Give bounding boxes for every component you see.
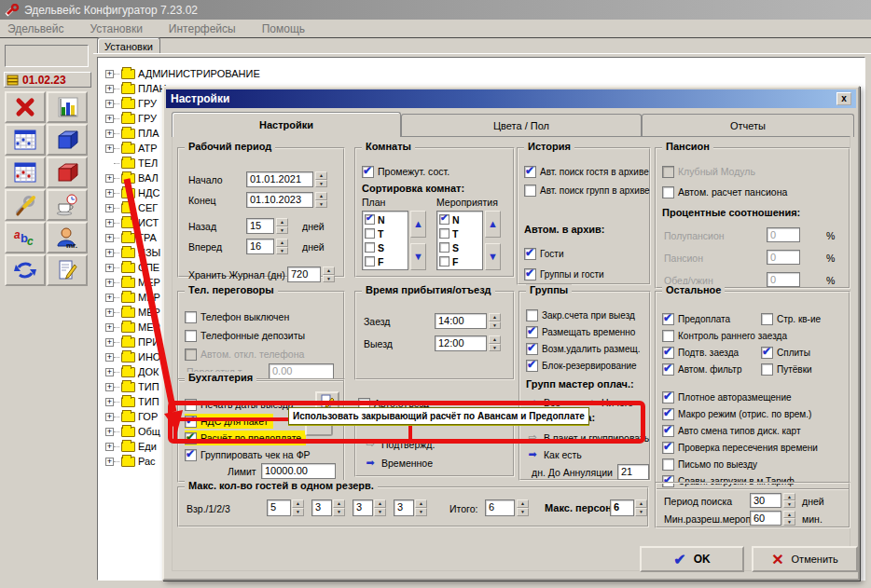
checkbox-row[interactable]: N (365, 212, 408, 226)
dialog-titlebar[interactable]: Настройки x (166, 89, 856, 108)
tree-expander-icon[interactable]: + (105, 100, 114, 108)
cancel-button[interactable]: ✕Отменить (752, 546, 858, 572)
close-button[interactable] (5, 91, 46, 123)
checkout-spinner[interactable]: ▲▼ (489, 335, 501, 351)
checkbox-row[interactable]: Макро режим (отрис. по врем.) (662, 406, 811, 421)
tree-expander-icon[interactable]: + (105, 428, 114, 436)
checkbox[interactable] (524, 248, 536, 260)
search-period-spinner[interactable]: ▲▼ (783, 493, 795, 508)
option-row[interactable]: ➡Временное (364, 456, 433, 470)
checkbox[interactable] (662, 391, 674, 403)
checkbox[interactable] (761, 313, 773, 325)
checkbox[interactable] (662, 408, 674, 420)
guests-spinner-3[interactable]: ▲▼ (374, 499, 386, 516)
back-spinner[interactable]: ▲▼ (276, 218, 288, 234)
guests-spinner-1[interactable]: ▲▼ (292, 499, 304, 516)
checkbox-row[interactable]: Подтв. заезда (662, 345, 739, 360)
min-resolution-field[interactable]: 60 (750, 511, 781, 526)
edit-document-button[interactable] (47, 254, 88, 286)
checkbox[interactable] (524, 185, 536, 197)
tab-settings[interactable]: Настройки (172, 112, 401, 137)
checkbox[interactable] (365, 256, 375, 267)
checkbox[interactable] (365, 228, 375, 239)
tab-reports[interactable]: Отчеты (642, 114, 854, 137)
tree-expander-icon[interactable]: + (105, 115, 114, 123)
checkbox[interactable] (662, 425, 674, 437)
option-row[interactable]: ➡Как есть (526, 447, 582, 461)
checkbox-row[interactable]: Сплиты (761, 345, 810, 360)
tree-expander-icon[interactable]: + (105, 189, 114, 198)
menu-item[interactable]: Эдельвейс (7, 22, 63, 35)
checkbox[interactable] (662, 363, 674, 376)
checkbox-row[interactable]: Автом. откл. телефона (185, 347, 304, 362)
window-titlebar[interactable]: Эдельвейс Конфигуратор 7.23.02 (0, 0, 871, 20)
checkbox-row[interactable]: Путёвки (761, 362, 812, 376)
guests-field-4[interactable]: 3 (394, 499, 414, 516)
tab-ustanovki[interactable]: Установки (97, 37, 160, 54)
checkbox[interactable] (526, 360, 538, 372)
option-row[interactable]: ⇨Ничего (584, 395, 633, 409)
end-date-field[interactable]: 01.10.2023 (246, 192, 313, 208)
option-row[interactable]: ⇨Подтвержд. (364, 437, 435, 451)
checkbox[interactable] (185, 416, 197, 428)
checkbox-row[interactable]: Телефон выключен (185, 309, 289, 324)
tree-expander-icon[interactable]: + (105, 85, 114, 93)
checkbox-row[interactable]: Авт. поиск гостя в архиве (524, 164, 649, 179)
checkbox-row[interactable]: НДС для пакет (185, 414, 273, 429)
dialog-close-button[interactable]: x (836, 92, 851, 105)
checkbox[interactable] (185, 432, 197, 444)
box-blue-button[interactable] (47, 124, 88, 156)
sort-events-up-down[interactable]: ▲▼ (485, 211, 501, 270)
guests-spinner-4[interactable]: ▲▼ (415, 499, 427, 516)
tree-expander-icon[interactable]: + (105, 294, 114, 302)
guests-spinner-2[interactable]: ▲▼ (333, 499, 345, 516)
coffee-break-button[interactable] (47, 189, 88, 221)
checkbox-row[interactable]: N (439, 212, 482, 226)
tree-expander-icon[interactable]: + (105, 219, 114, 227)
board-field[interactable]: 0 (767, 250, 800, 265)
checkbox-row[interactable]: Блок-резервирование (526, 358, 637, 373)
tree-expander-icon[interactable]: + (105, 383, 114, 391)
search-period-field[interactable]: 30 (750, 493, 781, 508)
checkbox[interactable] (526, 309, 538, 321)
checkbox-row[interactable]: Промежут. сост. (362, 164, 449, 179)
checkbox[interactable] (524, 268, 536, 280)
annul-field[interactable]: 21 (617, 464, 649, 480)
limit-field[interactable]: 10000.00 (261, 463, 336, 479)
start-date-field[interactable]: 01.01.2021 (246, 171, 313, 187)
checkbox[interactable] (662, 313, 674, 325)
settings-tools-button[interactable] (5, 189, 46, 221)
refresh-button[interactable] (5, 254, 46, 286)
total-field[interactable]: 6 (485, 499, 515, 516)
menu-item[interactable]: Помощь (262, 22, 305, 35)
checkbox[interactable] (662, 442, 674, 454)
checkbox-row[interactable]: Автом. фильтр (662, 362, 741, 376)
menu-item[interactable]: Установки (90, 22, 142, 35)
tree-expander-icon[interactable]: + (105, 70, 114, 78)
lunch-field[interactable]: 0 (767, 272, 800, 287)
tree-expander-icon[interactable]: + (105, 323, 114, 332)
sort-list-plan[interactable]: NTSF (362, 211, 408, 270)
tree-expander-icon[interactable]: + (105, 204, 114, 212)
tab-colors-floor[interactable]: Цвета / Пол (401, 114, 642, 137)
checkbox-row[interactable]: Закр.счета при выезд (526, 308, 635, 322)
guests-field-3[interactable]: 3 (353, 499, 373, 516)
checkbox-row[interactable]: Клубный Модуль (662, 164, 755, 179)
checkbox[interactable] (439, 256, 449, 267)
checkin-field[interactable]: 14:00 (435, 313, 487, 329)
checkbox-row[interactable]: Группировать чек на ФР (185, 447, 311, 462)
tree-expander-icon[interactable]: + (105, 368, 114, 376)
threshold-field[interactable]: 0.00 (269, 363, 334, 379)
chart-button[interactable] (47, 91, 88, 123)
checkbox-row[interactable]: Плотное авторазмещение (662, 390, 792, 404)
checkbox[interactable] (365, 242, 375, 253)
checkbox[interactable] (524, 166, 536, 178)
checkbox[interactable] (761, 347, 773, 359)
checkbox[interactable] (439, 214, 449, 225)
checkbox-row[interactable]: S (439, 240, 482, 254)
tree-expander-icon[interactable]: + (105, 443, 114, 451)
checkbox-row[interactable]: Авт. поиск групп в архиве (524, 183, 650, 198)
checkbox[interactable] (185, 330, 197, 342)
ok-button[interactable]: ✔OK (640, 546, 744, 572)
tree-expander-icon[interactable]: + (105, 174, 114, 183)
